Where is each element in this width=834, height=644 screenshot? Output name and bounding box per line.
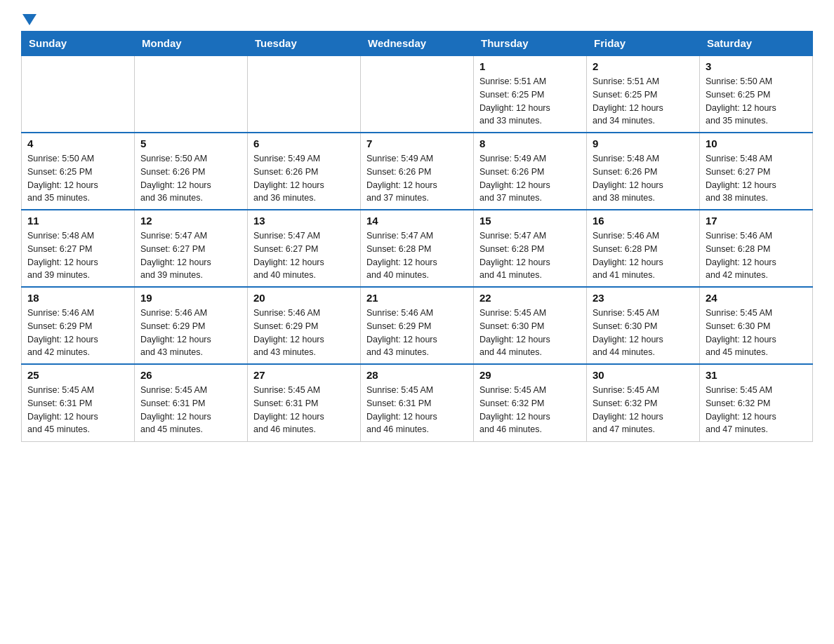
day-info: Sunrise: 5:47 AMSunset: 6:28 PMDaylight:… [366, 229, 468, 282]
day-info: Sunrise: 5:46 AMSunset: 6:28 PMDaylight:… [593, 229, 694, 282]
calendar-day-cell: 9Sunrise: 5:48 AMSunset: 6:26 PMDaylight… [587, 133, 700, 210]
day-number: 6 [253, 137, 355, 149]
day-info: Sunrise: 5:45 AMSunset: 6:31 PMDaylight:… [27, 384, 128, 436]
day-number: 19 [140, 292, 241, 304]
day-info: Sunrise: 5:46 AMSunset: 6:28 PMDaylight:… [706, 229, 807, 282]
day-number: 18 [27, 292, 128, 304]
day-info: Sunrise: 5:50 AMSunset: 6:25 PMDaylight:… [27, 152, 128, 205]
calendar-day-cell: 30Sunrise: 5:45 AMSunset: 6:32 PMDayligh… [587, 364, 700, 441]
calendar-day-cell: 26Sunrise: 5:45 AMSunset: 6:31 PMDayligh… [135, 364, 248, 441]
day-number: 20 [253, 292, 355, 304]
day-info: Sunrise: 5:48 AMSunset: 6:27 PMDaylight:… [706, 152, 807, 205]
day-info: Sunrise: 5:45 AMSunset: 6:32 PMDaylight:… [593, 384, 694, 436]
day-number: 31 [706, 369, 807, 381]
day-number: 27 [253, 369, 355, 381]
day-number: 24 [706, 292, 807, 304]
calendar-day-cell: 18Sunrise: 5:46 AMSunset: 6:29 PMDayligh… [22, 287, 135, 364]
empty-cell [248, 55, 361, 133]
calendar-day-cell: 21Sunrise: 5:46 AMSunset: 6:29 PMDayligh… [361, 287, 474, 364]
column-header-thursday: Thursday [474, 32, 587, 56]
column-header-friday: Friday [587, 32, 700, 56]
day-info: Sunrise: 5:46 AMSunset: 6:29 PMDaylight:… [253, 307, 355, 359]
day-number: 11 [27, 215, 128, 227]
calendar-day-cell: 7Sunrise: 5:49 AMSunset: 6:26 PMDaylight… [361, 133, 474, 210]
day-info: Sunrise: 5:46 AMSunset: 6:29 PMDaylight:… [366, 307, 468, 359]
day-info: Sunrise: 5:50 AMSunset: 6:26 PMDaylight:… [140, 152, 241, 205]
calendar-week-row: 1Sunrise: 5:51 AMSunset: 6:25 PMDaylight… [22, 55, 813, 133]
day-number: 3 [706, 60, 807, 72]
column-header-sunday: Sunday [22, 32, 135, 56]
logo-triangle-icon [22, 14, 37, 25]
day-info: Sunrise: 5:47 AMSunset: 6:27 PMDaylight:… [253, 229, 355, 282]
calendar-day-cell: 6Sunrise: 5:49 AMSunset: 6:26 PMDaylight… [248, 133, 361, 210]
day-info: Sunrise: 5:48 AMSunset: 6:26 PMDaylight:… [593, 152, 694, 205]
calendar-day-cell: 22Sunrise: 5:45 AMSunset: 6:30 PMDayligh… [474, 287, 587, 364]
day-info: Sunrise: 5:51 AMSunset: 6:25 PMDaylight:… [593, 75, 694, 128]
calendar-day-cell: 20Sunrise: 5:46 AMSunset: 6:29 PMDayligh… [248, 287, 361, 364]
calendar-week-row: 25Sunrise: 5:45 AMSunset: 6:31 PMDayligh… [22, 364, 813, 441]
calendar-day-cell: 10Sunrise: 5:48 AMSunset: 6:27 PMDayligh… [700, 133, 813, 210]
calendar-day-cell: 11Sunrise: 5:48 AMSunset: 6:27 PMDayligh… [22, 210, 135, 287]
calendar-day-cell: 3Sunrise: 5:50 AMSunset: 6:25 PMDaylight… [700, 55, 813, 133]
calendar-day-cell: 8Sunrise: 5:49 AMSunset: 6:26 PMDaylight… [474, 133, 587, 210]
column-header-monday: Monday [135, 32, 248, 56]
day-number: 2 [593, 60, 694, 72]
calendar-week-row: 4Sunrise: 5:50 AMSunset: 6:25 PMDaylight… [22, 133, 813, 210]
day-info: Sunrise: 5:46 AMSunset: 6:29 PMDaylight:… [140, 307, 241, 359]
day-info: Sunrise: 5:48 AMSunset: 6:27 PMDaylight:… [27, 229, 128, 282]
day-info: Sunrise: 5:49 AMSunset: 6:26 PMDaylight:… [253, 152, 355, 205]
calendar-day-cell: 14Sunrise: 5:47 AMSunset: 6:28 PMDayligh… [361, 210, 474, 287]
day-number: 29 [479, 369, 581, 381]
day-number: 5 [140, 137, 241, 149]
calendar-header-row: SundayMondayTuesdayWednesdayThursdayFrid… [22, 32, 813, 56]
day-number: 1 [479, 60, 581, 72]
calendar-day-cell: 1Sunrise: 5:51 AMSunset: 6:25 PMDaylight… [474, 55, 587, 133]
calendar-day-cell: 19Sunrise: 5:46 AMSunset: 6:29 PMDayligh… [135, 287, 248, 364]
day-number: 14 [366, 215, 468, 227]
day-info: Sunrise: 5:45 AMSunset: 6:31 PMDaylight:… [366, 384, 468, 436]
day-number: 10 [706, 137, 807, 149]
day-info: Sunrise: 5:45 AMSunset: 6:31 PMDaylight:… [253, 384, 355, 436]
day-number: 25 [27, 369, 128, 381]
day-info: Sunrise: 5:47 AMSunset: 6:27 PMDaylight:… [140, 229, 241, 282]
calendar-day-cell: 28Sunrise: 5:45 AMSunset: 6:31 PMDayligh… [361, 364, 474, 441]
column-header-saturday: Saturday [700, 32, 813, 56]
day-info: Sunrise: 5:49 AMSunset: 6:26 PMDaylight:… [479, 152, 581, 205]
day-number: 4 [27, 137, 128, 149]
calendar-day-cell: 16Sunrise: 5:46 AMSunset: 6:28 PMDayligh… [587, 210, 700, 287]
day-info: Sunrise: 5:45 AMSunset: 6:32 PMDaylight:… [479, 384, 581, 436]
day-number: 30 [593, 369, 694, 381]
day-info: Sunrise: 5:51 AMSunset: 6:25 PMDaylight:… [479, 75, 581, 128]
calendar-day-cell: 31Sunrise: 5:45 AMSunset: 6:32 PMDayligh… [700, 364, 813, 441]
day-info: Sunrise: 5:45 AMSunset: 6:32 PMDaylight:… [706, 384, 807, 436]
empty-cell [361, 55, 474, 133]
day-number: 12 [140, 215, 241, 227]
day-number: 15 [479, 215, 581, 227]
day-number: 13 [253, 215, 355, 227]
day-number: 21 [366, 292, 468, 304]
empty-cell [135, 55, 248, 133]
calendar-day-cell: 2Sunrise: 5:51 AMSunset: 6:25 PMDaylight… [587, 55, 700, 133]
day-info: Sunrise: 5:49 AMSunset: 6:26 PMDaylight:… [366, 152, 468, 205]
calendar-day-cell: 25Sunrise: 5:45 AMSunset: 6:31 PMDayligh… [22, 364, 135, 441]
day-number: 17 [706, 215, 807, 227]
logo [21, 14, 37, 24]
day-info: Sunrise: 5:50 AMSunset: 6:25 PMDaylight:… [706, 75, 807, 128]
day-info: Sunrise: 5:45 AMSunset: 6:30 PMDaylight:… [593, 307, 694, 359]
calendar-day-cell: 24Sunrise: 5:45 AMSunset: 6:30 PMDayligh… [700, 287, 813, 364]
calendar-day-cell: 4Sunrise: 5:50 AMSunset: 6:25 PMDaylight… [22, 133, 135, 210]
day-number: 23 [593, 292, 694, 304]
day-number: 8 [479, 137, 581, 149]
day-number: 7 [366, 137, 468, 149]
calendar-day-cell: 13Sunrise: 5:47 AMSunset: 6:27 PMDayligh… [248, 210, 361, 287]
empty-cell [22, 55, 135, 133]
calendar-table: SundayMondayTuesdayWednesdayThursdayFrid… [21, 31, 813, 442]
column-header-wednesday: Wednesday [361, 32, 474, 56]
calendar-week-row: 11Sunrise: 5:48 AMSunset: 6:27 PMDayligh… [22, 210, 813, 287]
calendar-day-cell: 23Sunrise: 5:45 AMSunset: 6:30 PMDayligh… [587, 287, 700, 364]
day-number: 22 [479, 292, 581, 304]
calendar-day-cell: 15Sunrise: 5:47 AMSunset: 6:28 PMDayligh… [474, 210, 587, 287]
column-header-tuesday: Tuesday [248, 32, 361, 56]
calendar-day-cell: 12Sunrise: 5:47 AMSunset: 6:27 PMDayligh… [135, 210, 248, 287]
day-number: 26 [140, 369, 241, 381]
